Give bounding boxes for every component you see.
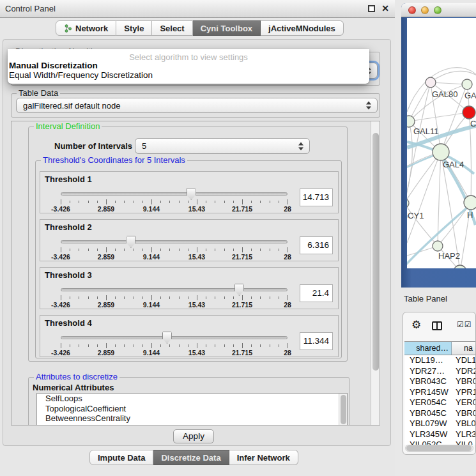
scale-label: -3.426 [51,253,70,261]
network-node-label: GA [464,91,476,100]
network-node[interactable] [464,196,476,210]
tab-network[interactable]: Network [56,20,116,36]
number-of-intervals-combo[interactable]: 5 [135,138,310,154]
tab-cyni-toolbox[interactable]: Cyni Toolbox [193,20,261,36]
tab-discretize-data[interactable]: Discretize Data [153,450,229,465]
cell-shared-name[interactable]: YBR043C [404,376,452,387]
table-row[interactable]: YDL19…YDL1 [404,355,475,366]
close-icon[interactable]: ✕ [381,3,389,13]
table-row[interactable]: YBR043CYBR0 [404,376,475,387]
tick [106,247,107,252]
table-row[interactable]: YBR045CYBR0 [404,408,475,419]
table-row[interactable]: YBL079WYBL0 [404,418,475,429]
scrollbar-thumb[interactable] [406,445,472,451]
cell-name[interactable]: YLR3 [452,429,475,440]
cell-shared-name[interactable]: YPR145W [404,387,452,398]
tick [134,201,134,203]
column-header-name[interactable]: na [452,342,475,355]
cell-shared-name[interactable]: YDL19… [404,355,452,366]
cell-shared-name[interactable]: YDR27… [404,366,452,377]
cell-name[interactable]: YIL0 [452,440,475,445]
screen: Control Panel ✕ Network Style Select [0,0,476,476]
table-row[interactable]: YPR145WYPR1 [404,387,475,398]
tick [142,249,143,251]
scale-label: -3.426 [51,205,70,213]
attributes-scrollbar[interactable] [339,394,347,426]
apply-button[interactable]: Apply [173,429,214,443]
tick [124,296,125,299]
minimize-traffic-light[interactable] [421,6,429,14]
tab-select[interactable]: Select [152,20,192,36]
close-traffic-light[interactable] [408,6,416,14]
threshold-4-value-field[interactable]: 11.344 [300,332,333,350]
settings-vertical-scrollbar[interactable] [371,121,380,425]
table-row[interactable]: YER054CYER0 [404,397,475,408]
network-node[interactable] [463,106,475,119]
option-manual-discretization[interactable]: Manual Discretization [8,61,369,70]
scale-label: 21.715 [232,349,252,357]
select-checkboxes-icon[interactable]: ☑☑ [457,320,472,329]
tick [233,201,234,203]
network-node[interactable] [426,77,436,88]
slider-thumb[interactable] [234,284,244,296]
tick [134,344,134,347]
cell-name[interactable]: YBL0 [452,418,475,429]
cell-shared-name[interactable]: YLR345W [404,429,452,440]
tab-jactivemnodules[interactable]: jActiveMNodules [261,20,344,36]
network-canvas[interactable]: GAL80GACGAL11GAL4GCY1HHAP2 [407,18,476,268]
threshold-1-value-field[interactable]: 14.713 [300,188,333,206]
threshold-2-slider[interactable] [61,240,288,243]
cell-shared-name[interactable]: YBL079W [404,418,452,429]
cell-name[interactable]: YDR2 [452,366,475,377]
table-row[interactable]: YLR345WYLR3 [404,429,475,440]
interval-definition-label: Interval Definition [34,121,102,131]
column-header-shared-name[interactable]: shared… [404,342,452,355]
threshold-2-value-field[interactable]: 6.316 [300,236,333,254]
network-node[interactable] [433,241,443,251]
table-row[interactable]: YDR27…YDR2 [404,366,475,377]
tick [179,344,180,347]
numerical-attributes-list[interactable]: SelfLoopsTopologicalCoefficientBetweenne… [36,393,348,426]
cell-name[interactable]: YDL1 [452,355,475,366]
tab-style[interactable]: Style [116,20,152,36]
threshold-4-slider[interactable] [61,336,288,339]
scale-label: 9.144 [143,205,160,213]
network-node[interactable] [462,79,472,89]
slider-thumb[interactable] [162,332,172,344]
slider-thumb[interactable] [187,188,196,200]
threshold-3-value-field[interactable]: 21.4 [300,284,333,302]
tab-impute-data[interactable]: Impute Data [89,450,153,465]
network-node[interactable] [433,144,449,160]
right-panel: GAL80GACGAL11GAL4GCY1HHAP2 Table Panel ⚙… [395,0,476,476]
cell-name[interactable]: YBR0 [452,408,475,419]
threshold-1-slider[interactable] [61,192,288,196]
columns-icon[interactable] [432,321,442,330]
attribute-item[interactable]: BetweennessCentrality [37,413,347,424]
float-window-icon[interactable] [368,5,375,12]
tick [260,201,261,203]
threshold-1-label: Threshold 1 [45,174,92,184]
tab-cyni-toolbox-label: Cyni Toolbox [201,24,252,33]
cell-name[interactable]: YPR1 [452,387,475,398]
zoom-traffic-light[interactable] [434,6,441,14]
tick [270,201,270,203]
option-equal-width-frequency[interactable]: Equal Width/Frequency Discretization [8,70,369,80]
scrollbar-thumb[interactable] [372,133,379,371]
cell-shared-name[interactable]: YIL052C [404,440,452,445]
cell-name[interactable]: YBR0 [452,376,475,387]
gear-icon[interactable]: ⚙ [411,318,421,332]
table-horizontal-scrollbar[interactable] [405,445,473,452]
tick [70,296,70,299]
cell-name[interactable]: YER0 [452,397,475,408]
table-row[interactable]: YIL052CYIL0 [404,440,475,445]
attribute-item[interactable]: TopologicalCoefficient [37,404,347,414]
table-data-combo[interactable]: galFiltered.sif default node [16,98,378,113]
slider-thumb[interactable] [126,236,135,248]
attribute-item[interactable]: SelfLoops [37,394,347,404]
threshold-3-slider[interactable] [61,288,288,291]
network-node[interactable] [407,116,415,127]
network-node[interactable] [407,199,409,208]
cell-shared-name[interactable]: YER054C [404,397,452,408]
cell-shared-name[interactable]: YBR045C [404,408,452,419]
tab-infer-network[interactable]: Infer Network [229,450,298,465]
